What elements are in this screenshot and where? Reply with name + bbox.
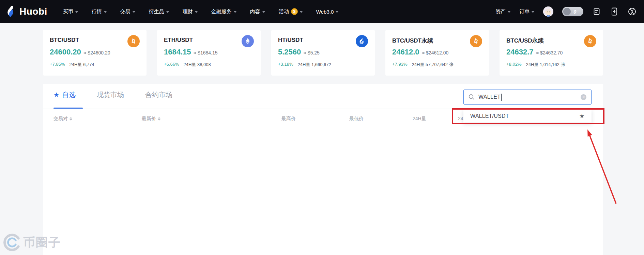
pair-search-box[interactable]: WALLET ✕ — [463, 90, 592, 105]
chevron-down-icon — [75, 11, 78, 13]
nav-item-assets[interactable]: 资产 — [495, 9, 510, 15]
nav-item-activity[interactable]: 活动 $ — [279, 8, 303, 15]
chevron-down-icon — [262, 11, 265, 13]
change-24h: +7.85% — [50, 62, 65, 68]
fiat-approx: ≈ $24612.00 — [422, 50, 449, 55]
announcement-icon[interactable] — [592, 7, 601, 16]
suggestion-pair-label: WALLET/USDT — [470, 113, 509, 119]
nav-menu: 买币 行情 交易 衍生品 理财 金融服务 内容 活动 $ Web3.0 — [63, 8, 338, 15]
ticker-card-btc-usdt-perp[interactable]: BTC/USDT永续 B 24612.0 ≈ $24612.00 +7.93% … — [385, 30, 489, 76]
avatar-face-icon — [543, 6, 553, 17]
favorite-star-icon: ★ — [53, 91, 59, 99]
chevron-down-icon — [508, 11, 510, 13]
chevron-down-icon — [133, 11, 135, 13]
column-header-last-price[interactable]: 最新价 — [142, 116, 160, 122]
last-price: 24612.0 — [392, 48, 419, 57]
watermark-text: 币圈子 — [23, 235, 61, 251]
nav-item-markets[interactable]: 行情 — [92, 8, 107, 15]
nav-item-finance[interactable]: 金融服务 — [211, 8, 236, 15]
change-24h: +3.18% — [278, 62, 293, 68]
btc-coin-icon: B — [584, 35, 596, 47]
chevron-down-icon — [234, 11, 236, 13]
points-pill[interactable]: 0 — [562, 7, 583, 16]
chevron-down-icon — [336, 11, 338, 13]
nav-item-web3[interactable]: Web3.0 — [316, 8, 338, 15]
tab-futures-market[interactable]: 合约市场 — [145, 90, 172, 99]
chevron-down-icon — [104, 11, 107, 13]
fiat-approx: ≈ $1684.15 — [194, 50, 218, 55]
top-nav: Huobi 买币 行情 交易 衍生品 理财 金融服务 内容 活动 $ Web3.… — [0, 0, 644, 23]
fiat-approx: ≈ $5.25 — [304, 50, 320, 55]
pair-name: BTC/USDT永续 — [392, 37, 433, 45]
panel-divider — [43, 109, 603, 109]
column-header-volume[interactable]: 24H量 — [413, 116, 426, 122]
search-suggestion-row[interactable]: WALLET/USDT ★ — [463, 110, 592, 123]
search-input[interactable]: WALLET — [478, 94, 501, 100]
eth-coin-icon — [242, 35, 254, 47]
gold-coin-icon: $ — [291, 8, 298, 15]
svg-text:B: B — [131, 38, 136, 44]
market-tabs: ★ 自选 现货市场 合约市场 — [53, 90, 172, 99]
volume-24h: 24H量 1,660,672 — [297, 62, 331, 68]
btc-coin-icon: B — [470, 35, 482, 47]
language-globe-icon[interactable] — [628, 7, 637, 16]
ticker-cards-row: BTC/USDT B 24600.20 ≈ $24600.20 +7.85% 2… — [43, 30, 603, 76]
pair-name: BTC/USD永续 — [506, 37, 544, 45]
nav-item-content[interactable]: 内容 — [250, 8, 265, 15]
volume-24h: 24H量 6,774 — [69, 62, 94, 68]
last-price: 5.2560 — [278, 48, 301, 57]
column-header-high[interactable]: 最高价 — [281, 116, 296, 122]
last-price: 24600.20 — [50, 48, 81, 57]
site-watermark: 币圈子 — [3, 233, 61, 252]
nav-item-buy-crypto[interactable]: 买币 — [63, 8, 78, 15]
chevron-down-icon — [166, 11, 169, 13]
app-download-icon[interactable] — [610, 7, 619, 16]
column-header-low[interactable]: 最低价 — [349, 116, 364, 122]
tab-favorites[interactable]: ★ 自选 — [53, 90, 76, 99]
ticker-card-btc-usdt[interactable]: BTC/USDT B 24600.20 ≈ $24600.20 +7.85% 2… — [43, 30, 147, 76]
chevron-down-icon — [300, 11, 303, 13]
volume-24h: 24H量 38,008 — [183, 62, 211, 68]
chevron-down-icon — [532, 11, 534, 13]
tab-spot-market[interactable]: 现货市场 — [97, 90, 124, 99]
ticker-card-eth-usdt[interactable]: ETH/USDT 1684.15 ≈ $1684.15 +6.66% 24H量 … — [157, 30, 261, 76]
logo-text: Huobi — [19, 6, 47, 17]
huobi-markets-page: Huobi 买币 行情 交易 衍生品 理财 金融服务 内容 活动 $ Web3.… — [0, 0, 644, 255]
nav-right-cluster: 资产 订单 0 — [495, 6, 637, 17]
huobi-logo[interactable]: Huobi — [7, 6, 47, 17]
change-24h: +7.93% — [392, 62, 407, 68]
pair-name: ETH/USDT — [164, 37, 193, 44]
add-favorite-star-icon[interactable]: ★ — [579, 112, 585, 120]
btc-coin-icon: B — [127, 35, 140, 47]
user-avatar[interactable] — [543, 6, 553, 17]
ht-coin-icon — [356, 35, 368, 47]
points-coin-icon — [563, 8, 571, 15]
nav-item-orders[interactable]: 订单 — [519, 9, 534, 15]
fiat-approx: ≈ $24632.70 — [536, 50, 563, 55]
last-price: 24632.7 — [506, 48, 534, 57]
chevron-down-icon — [195, 11, 198, 13]
change-24h: +8.02% — [506, 62, 521, 68]
pair-name: HT/USDT — [278, 37, 303, 44]
svg-text:B: B — [474, 38, 478, 44]
search-icon — [469, 94, 475, 100]
last-price: 1684.15 — [164, 48, 191, 57]
ticker-card-ht-usdt[interactable]: HT/USDT 5.2560 ≈ $5.25 +3.18% 24H量 1,660… — [271, 30, 375, 76]
volume-24h: 24H量 1,014,162 张 — [526, 62, 565, 68]
nav-item-trade[interactable]: 交易 — [120, 8, 135, 15]
sort-icon — [158, 117, 160, 121]
pair-name: BTC/USDT — [50, 37, 79, 44]
points-count: 0 — [573, 9, 576, 15]
clear-search-icon[interactable]: ✕ — [581, 94, 586, 100]
huobi-flame-icon — [7, 6, 17, 17]
nav-item-derivatives[interactable]: 衍生品 — [149, 8, 169, 15]
change-24h: +6.66% — [164, 62, 179, 68]
volume-24h: 24H量 57,707,642 张 — [412, 62, 453, 68]
column-header-pair[interactable]: 交易对 — [53, 116, 72, 122]
text-cursor — [501, 94, 502, 101]
fiat-approx: ≈ $24600.20 — [84, 50, 110, 55]
nav-item-earn[interactable]: 理财 — [183, 8, 198, 15]
ticker-card-btc-usd-perp[interactable]: BTC/USD永续 B 24632.7 ≈ $24632.70 +8.02% 2… — [500, 30, 603, 76]
watermark-logo-icon — [3, 233, 22, 252]
svg-text:B: B — [588, 38, 593, 44]
